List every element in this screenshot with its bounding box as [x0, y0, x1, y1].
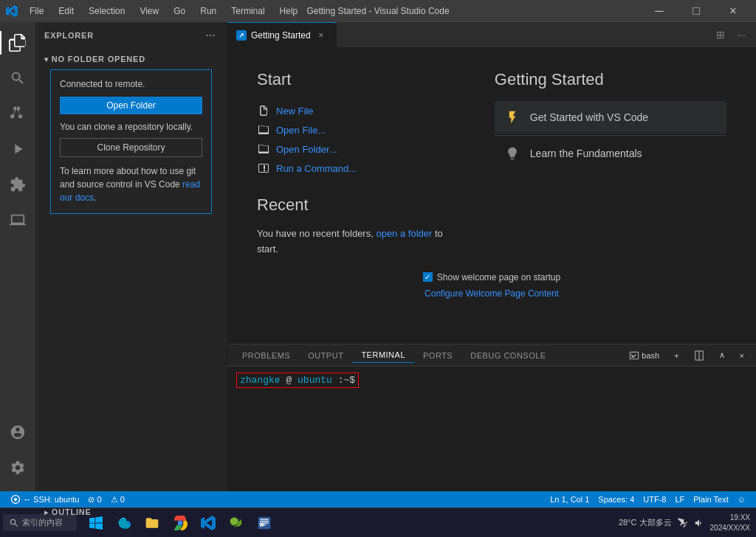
menu-run[interactable]: Run: [194, 4, 222, 18]
source-control-icon: [10, 105, 26, 122]
panel-actions: bash + ∧ ×: [623, 349, 750, 362]
sidebar-more-button[interactable]: ···: [203, 28, 218, 43]
tab-bar: ↗ Getting Started × ⊞ ···: [227, 22, 756, 48]
panel-tab-ports[interactable]: PORTS: [414, 348, 461, 363]
menu-view[interactable]: View: [134, 4, 165, 18]
terminal-content[interactable]: zhangke @ ubuntu :~$: [227, 367, 756, 491]
terminal-user: zhangke: [240, 375, 281, 386]
activity-item-run[interactable]: [0, 131, 35, 167]
tab-close-button[interactable]: ×: [315, 30, 327, 41]
status-ln-col-label: Ln 1, Col 1: [550, 495, 589, 504]
open-folder-link[interactable]: open a folder: [376, 228, 432, 239]
activity-item-extensions[interactable]: [0, 167, 35, 202]
maximize-button[interactable]: □: [679, 0, 713, 22]
show-startup-label: Show welcome page on startup: [437, 272, 560, 283]
panel-tab-problems[interactable]: PROBLEMS: [233, 348, 299, 363]
no-folder-section: No Folder Opened Connected to remote. Op…: [35, 49, 227, 220]
bulb-icon: [504, 145, 521, 162]
welcome-left: Start New File: [257, 70, 450, 257]
status-ln-col[interactable]: Ln 1, Col 1: [546, 495, 594, 504]
git-info-text: To learn more about how to use git and s…: [60, 164, 202, 204]
status-eol[interactable]: LF: [670, 495, 689, 504]
sidebar-title: Explorer: [44, 31, 94, 40]
clone-text: You can clone a repository locally.: [60, 122, 202, 132]
activity-item-source-control[interactable]: [0, 96, 35, 131]
no-folder-label: No Folder Opened: [44, 55, 218, 63]
clone-repository-button[interactable]: Clone Repository: [60, 138, 202, 157]
tab-label: Getting Started: [251, 30, 311, 41]
recent-section: Recent You have no recent folders, open …: [257, 195, 450, 257]
gs-item-get-started[interactable]: Get Started with VS Code: [495, 101, 726, 134]
close-panel-button[interactable]: ×: [734, 350, 750, 361]
menu-file[interactable]: File: [24, 4, 49, 18]
sidebar-panel: Connected to remote. Open Folder You can…: [50, 69, 212, 214]
recent-text: You have no recent folders, open a folde…: [257, 226, 450, 257]
panel-tab-debug-console[interactable]: DEBUG CONSOLE: [461, 348, 554, 363]
window-controls: ─ □ ×: [642, 0, 750, 22]
status-language[interactable]: Plain Text: [689, 495, 733, 504]
open-folder-icon: [257, 142, 270, 156]
status-feedback[interactable]: ☺: [733, 495, 750, 504]
accounts-icon: [10, 424, 26, 440]
tab-getting-started[interactable]: ↗ Getting Started ×: [227, 22, 337, 47]
configure-welcome-link[interactable]: Configure Welcome Page Content: [425, 288, 559, 299]
start-item-run-command[interactable]: Run a Command...: [257, 159, 450, 178]
activity-item-remote[interactable]: [0, 202, 35, 238]
menu-selection[interactable]: Selection: [83, 4, 131, 18]
activity-item-settings[interactable]: [0, 450, 35, 485]
tab-icon: ↗: [236, 30, 247, 41]
activity-item-explorer[interactable]: [0, 25, 35, 60]
panel-bash-label: bash: [623, 349, 665, 362]
start-section-title: Start: [257, 70, 450, 89]
panel-tab-output[interactable]: OUTPUT: [299, 348, 352, 363]
terminal-path: :~$: [338, 375, 355, 386]
start-item-new-file[interactable]: New File: [257, 101, 450, 120]
gs-item-learn-fundamentals[interactable]: Learn the Fundamentals: [495, 137, 726, 170]
split-editor-button[interactable]: ⊞: [712, 26, 729, 44]
maximize-panel-button[interactable]: ∧: [713, 349, 731, 361]
activity-item-accounts[interactable]: [0, 415, 35, 450]
run-command-label: Run a Command...: [276, 163, 357, 174]
run-icon: [10, 141, 26, 157]
menu-go[interactable]: Go: [168, 4, 191, 18]
welcome-grid: Start New File: [257, 70, 726, 257]
start-item-open-file[interactable]: Open File...: [257, 120, 450, 139]
minimize-button[interactable]: ─: [642, 0, 676, 22]
status-encoding-label: UTF-8: [643, 495, 666, 504]
status-bar-right: Ln 1, Col 1 Spaces: 4 UTF-8 LF Plain Tex…: [546, 495, 750, 504]
word-icon: W: [257, 516, 272, 530]
lightning-icon: [504, 108, 521, 126]
new-terminal-button[interactable]: +: [668, 350, 684, 361]
gs-divider: [495, 135, 726, 136]
gs-get-started-label: Get Started with VS Code: [530, 111, 648, 123]
status-encoding[interactable]: UTF-8: [639, 495, 670, 504]
status-eol-label: LF: [675, 495, 684, 504]
menu-help[interactable]: Help: [274, 4, 304, 18]
activity-bottom: [0, 415, 35, 491]
activity-bar: [0, 22, 35, 491]
taskbar-weather: 28°C 大部多云: [619, 517, 672, 528]
taskbar-right: 28°C 大部多云 19:XX 2024/XX/XX: [619, 513, 753, 533]
show-startup-checkbox[interactable]: ✓: [423, 272, 433, 282]
split-terminal-button[interactable]: [688, 349, 710, 362]
windows-search-icon: [9, 518, 19, 528]
status-feedback-icon: ☺: [738, 495, 746, 504]
new-file-label: New File: [276, 105, 314, 117]
menu-terminal[interactable]: Terminal: [225, 4, 270, 18]
svg-point-0: [178, 520, 183, 525]
window-title: Getting Started - Visual Studio Code: [306, 6, 449, 16]
activity-item-search[interactable]: [0, 60, 35, 96]
status-spaces[interactable]: Spaces: 4: [594, 495, 639, 504]
start-item-open-folder[interactable]: Open Folder...: [257, 139, 450, 159]
open-folder-button[interactable]: Open Folder: [60, 97, 202, 114]
close-button[interactable]: ×: [716, 0, 750, 22]
remote-status-icon: [10, 494, 21, 505]
taskbar-app-word[interactable]: W: [251, 510, 278, 536]
terminal-icon: [629, 350, 639, 361]
panel-tab-terminal[interactable]: TERMINAL: [352, 347, 414, 363]
getting-started-section-title: Getting Started: [495, 70, 726, 89]
menu-edit[interactable]: Edit: [52, 4, 80, 18]
volume-icon: [694, 518, 704, 528]
remote-icon: [10, 212, 26, 228]
more-actions-button[interactable]: ···: [732, 26, 750, 44]
